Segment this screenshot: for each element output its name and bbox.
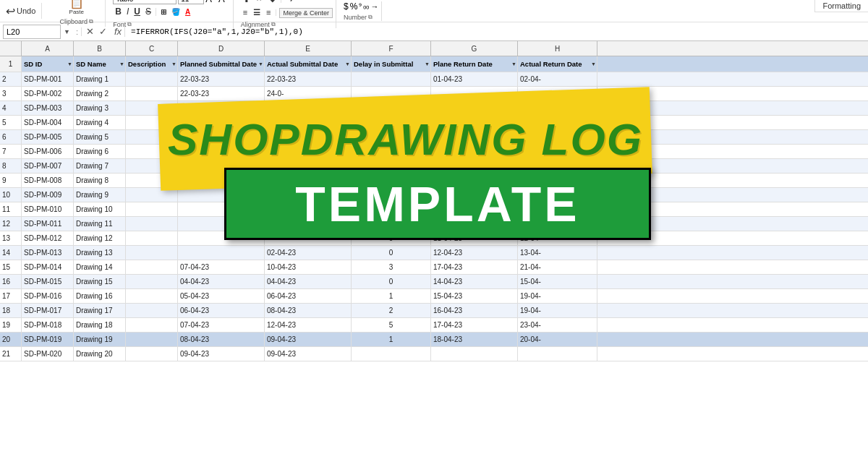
row-num[interactable]: 6 (0, 130, 22, 144)
cell-actual-submittal[interactable]: 06-04-23 (265, 289, 352, 303)
row-num[interactable]: 20 (0, 333, 22, 346)
header-sd-id[interactable]: SD ID ▼ (22, 56, 74, 72)
cell-sd-id[interactable]: SD-PM-007 (22, 159, 74, 173)
cell-actual-submittal[interactable]: 08-04-23 (265, 304, 352, 317)
cell-description[interactable] (126, 318, 178, 332)
align-right-button[interactable]: ≡ (264, 7, 273, 19)
row-num[interactable]: 16 (0, 275, 22, 288)
header-actual-submittal[interactable]: Actual Submittal Date ▼ (265, 56, 352, 72)
cell-ref-dropdown-icon[interactable]: ▼ (64, 28, 70, 35)
cell-sd-id[interactable]: SD-PM-009 (22, 188, 74, 202)
font-decrease-icon[interactable]: A⁻ (218, 0, 230, 4)
cell-planned-submittal[interactable]: 07-04-23 (178, 260, 265, 274)
row-num[interactable]: 19 (0, 318, 22, 332)
cell-description[interactable] (126, 275, 178, 288)
header-plane-return[interactable]: Plane Return Date ▼ (431, 56, 518, 72)
cell-actual-submittal[interactable]: 04-04-23 (265, 275, 352, 288)
cell-sd-name[interactable]: Drawing 15 (74, 275, 126, 288)
col-header-b[interactable]: B (74, 41, 126, 56)
cell-sd-name[interactable]: Drawing 17 (74, 304, 126, 317)
cell-plane-return[interactable]: 16-04-23 (431, 304, 518, 317)
cell-plane-return[interactable]: 12-04-23 (431, 246, 518, 260)
cell-actual-return[interactable]: 13-04- (518, 246, 597, 260)
row-num[interactable]: 17 (0, 289, 22, 303)
col-header-e[interactable]: E (265, 41, 352, 56)
row-num[interactable]: 3 (0, 87, 22, 100)
cell-sd-id[interactable]: SD-PM-004 (22, 116, 74, 129)
table-row[interactable]: 20SD-PM-019Drawing 1908-04-2309-04-23118… (0, 333, 868, 347)
cell-actual-return[interactable]: 23-04- (518, 318, 597, 332)
cell-sd-name[interactable]: Drawing 11 (74, 217, 126, 231)
row-num[interactable]: 11 (0, 202, 22, 216)
cell-sd-id[interactable]: SD-PM-018 (22, 318, 74, 332)
font-increase-icon[interactable]: A⁺ (205, 0, 217, 4)
cell-delay[interactable]: 3 (352, 260, 431, 274)
cell-delay[interactable] (352, 347, 431, 361)
header-description[interactable]: Description ▼ (126, 56, 178, 72)
cell-sd-id[interactable]: SD-PM-019 (22, 333, 74, 346)
cell-sd-name[interactable]: Drawing 19 (74, 333, 126, 346)
row-num[interactable]: 12 (0, 217, 22, 231)
cell-plane-return[interactable]: 01-04-23 (431, 72, 518, 86)
cell-description[interactable] (126, 72, 178, 86)
cell-delay[interactable]: 1 (352, 333, 431, 346)
confirm-formula-icon[interactable]: ✓ (98, 26, 109, 37)
cell-actual-submittal[interactable]: 09-04-23 (265, 347, 352, 361)
cell-delay[interactable]: 0 (352, 246, 431, 260)
cell-sd-id[interactable]: SD-PM-016 (22, 289, 74, 303)
cell-actual-submittal[interactable]: 12-04-23 (265, 318, 352, 332)
cell-sd-name[interactable]: Drawing 20 (74, 347, 126, 361)
table-row[interactable]: 16SD-PM-015Drawing 1504-04-2304-04-23014… (0, 275, 868, 289)
row-num[interactable]: 13 (0, 231, 22, 245)
cell-description[interactable] (126, 231, 178, 245)
col-header-h[interactable]: H (518, 41, 597, 56)
header-sd-name[interactable]: SD Name ▼ (74, 56, 126, 72)
cell-sd-name[interactable]: Drawing 14 (74, 260, 126, 274)
cell-delay[interactable]: 5 (352, 318, 431, 332)
table-row[interactable]: 14SD-PM-013Drawing 1302-04-23012-04-2313… (0, 246, 868, 260)
row-num[interactable]: 2 (0, 72, 22, 86)
table-row[interactable]: 19SD-PM-018Drawing 1807-04-2312-04-23517… (0, 318, 868, 333)
cell-sd-name[interactable]: Drawing 5 (74, 130, 126, 144)
cell-sd-name[interactable]: Drawing 2 (74, 87, 126, 100)
cell-actual-submittal[interactable]: 10-04-23 (265, 260, 352, 274)
header-delay-submittal[interactable]: Delay in Submittal ▼ (352, 56, 431, 72)
align-bottom-button[interactable]: ⬇ (267, 0, 278, 6)
row-num[interactable]: 18 (0, 304, 22, 317)
alignment-expand-icon[interactable]: ⧉ (271, 21, 276, 28)
row-num[interactable]: 10 (0, 188, 22, 202)
cell-sd-id[interactable]: SD-PM-017 (22, 304, 74, 317)
wrap-text-button[interactable]: ⇆ (284, 0, 294, 5)
cell-plane-return[interactable] (431, 347, 518, 361)
undo-button[interactable]: ↩ Undo (6, 4, 35, 18)
cell-delay[interactable]: 1 (352, 289, 431, 303)
cell-sd-name[interactable]: Drawing 4 (74, 116, 126, 129)
cell-planned-submittal[interactable]: 04-04-23 (178, 275, 265, 288)
row-num[interactable]: 5 (0, 116, 22, 129)
cell-actual-return[interactable]: 02-04- (518, 72, 597, 86)
cell-description[interactable] (126, 260, 178, 274)
cell-description[interactable] (126, 202, 178, 216)
font-name-input[interactable] (113, 0, 176, 4)
cell-description[interactable] (126, 347, 178, 361)
cell-sd-id[interactable]: SD-PM-005 (22, 130, 74, 144)
cell-plane-return[interactable]: 18-04-23 (431, 333, 518, 346)
align-middle-button[interactable]: ↔ (253, 0, 265, 6)
cell-sd-id[interactable]: SD-PM-015 (22, 275, 74, 288)
header-actual-return[interactable]: Actual Return Date ▼ (518, 56, 597, 72)
table-row[interactable]: 17SD-PM-016Drawing 1605-04-2306-04-23115… (0, 289, 868, 304)
cell-sd-id[interactable]: SD-PM-006 (22, 145, 74, 158)
cell-planned-submittal[interactable]: 05-04-23 (178, 289, 265, 303)
row-num[interactable]: 4 (0, 101, 22, 115)
font-expand-icon[interactable]: ⧉ (127, 21, 132, 28)
table-row[interactable]: 18SD-PM-017Drawing 1706-04-2308-04-23216… (0, 304, 868, 318)
cell-sd-name[interactable]: Drawing 10 (74, 202, 126, 216)
align-center-button[interactable]: ☰ (251, 7, 263, 19)
italic-button[interactable]: I (124, 5, 131, 19)
table-row[interactable]: 21SD-PM-020Drawing 2009-04-2309-04-23 (0, 347, 868, 361)
bold-button[interactable]: B (113, 5, 124, 19)
cell-delay[interactable] (352, 72, 431, 86)
row-num[interactable]: 7 (0, 145, 22, 158)
col-header-d[interactable]: D (178, 41, 265, 56)
cell-sd-id[interactable]: SD-PM-001 (22, 72, 74, 86)
